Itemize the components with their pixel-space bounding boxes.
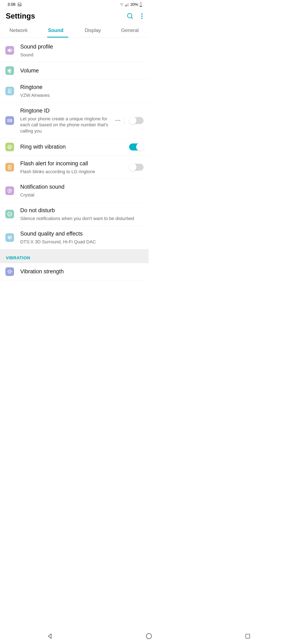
svg-rect-4 (128, 3, 129, 6)
tabs: Network Sound Display General (0, 24, 148, 38)
row-title: Sound quality and effects (20, 230, 141, 238)
row-body: Ring with vibration (20, 143, 129, 151)
tab-label: Network (9, 28, 28, 33)
row-body: Do not disturb Silence notifications whe… (20, 206, 144, 222)
toggle-flash-alert[interactable] (129, 164, 144, 171)
row-body: Volume (20, 67, 144, 75)
page-title: Settings (6, 12, 127, 20)
row-body: Sound quality and effects DTS:X 3D Surro… (20, 230, 144, 245)
svg-point-31 (8, 236, 9, 237)
row-subtitle: Silence notifications when you don't wan… (20, 216, 141, 222)
row-title: Vibration strength (20, 268, 141, 276)
row-body: Sound profile Sound (20, 43, 144, 58)
svg-rect-2 (126, 4, 127, 6)
svg-point-8 (127, 14, 132, 18)
signal-icon (125, 3, 129, 6)
svg-rect-5 (140, 2, 141, 3)
svg-point-33 (10, 236, 11, 237)
row-title: Notification sound (20, 183, 141, 191)
status-right: 20% (120, 2, 142, 7)
picture-icon (17, 2, 22, 6)
row-subtitle: Let your phone create a unique ringtone … (20, 116, 113, 134)
row-body: Flash alert for incoming call Flash blin… (20, 160, 129, 174)
search-icon[interactable] (127, 12, 134, 20)
flash-alert-icon (5, 163, 14, 172)
svg-point-12 (141, 18, 143, 19)
ring-vibration-icon (5, 143, 14, 151)
ringtone-icon (5, 87, 14, 95)
row-title: Do not disturb (20, 206, 141, 214)
row-extra (129, 164, 144, 171)
tab-sound[interactable]: Sound (37, 24, 74, 37)
row-title: Flash alert for incoming call (20, 160, 127, 168)
row-volume[interactable]: Volume (0, 62, 148, 79)
svg-point-10 (141, 13, 143, 14)
sound-quality-icon (5, 233, 14, 242)
row-body: Ringtone ID Let your phone create a uniq… (20, 107, 115, 134)
settings-list: Sound profile Sound Volume Ringtone VZW … (0, 38, 148, 280)
row-subtitle: DTS:X 3D Surround, Hi-Fi Quad DAC (20, 239, 141, 245)
row-extra (129, 144, 144, 150)
row-flash-alert[interactable]: Flash alert for incoming call Flash blin… (0, 156, 148, 179)
row-ring-with-vibration[interactable]: Ring with vibration (0, 138, 148, 156)
status-bar: 3:08 20% (0, 0, 148, 9)
row-body: Ringtone VZW Airwaves (20, 84, 144, 98)
row-title: Sound profile (20, 43, 141, 51)
row-subtitle: Sound (20, 52, 141, 58)
svg-rect-3 (127, 4, 128, 6)
overflow-menu-icon[interactable] (141, 13, 143, 19)
svg-point-11 (141, 16, 143, 17)
tab-label: General (121, 28, 139, 33)
row-ringtone[interactable]: Ringtone VZW Airwaves (0, 79, 148, 102)
row-vibration-strength[interactable]: Vibration strength (0, 263, 148, 280)
tab-network[interactable]: Network (0, 24, 37, 37)
svg-point-22 (9, 148, 10, 148)
tab-general[interactable]: General (111, 24, 148, 37)
row-subtitle: Flash blinks according to LG ringtone (20, 169, 127, 175)
svg-rect-1 (125, 5, 126, 6)
dnd-icon (5, 210, 14, 218)
header-actions (127, 12, 143, 20)
row-body: Vibration strength (20, 268, 144, 276)
row-notification-sound[interactable]: Notification sound Crystal (0, 179, 148, 202)
row-title: Ring with vibration (20, 143, 127, 151)
row-body: Notification sound Crystal (20, 183, 144, 198)
tab-label: Sound (48, 28, 63, 33)
sound-profile-icon (5, 46, 14, 55)
wifi-icon (120, 3, 124, 6)
svg-point-15 (9, 91, 10, 92)
battery-icon (139, 2, 142, 7)
row-title: Ringtone (20, 84, 141, 91)
battery-percent: 20% (130, 2, 138, 7)
row-sound-quality[interactable]: Sound quality and effects DTS:X 3D Surro… (0, 226, 148, 249)
notification-sound-icon (5, 186, 14, 195)
ringtone-id-icon (5, 116, 14, 125)
tab-display[interactable]: Display (74, 24, 111, 37)
toggle-ringtone-id[interactable] (129, 117, 144, 124)
svg-point-32 (9, 238, 10, 238)
vibration-strength-icon (5, 267, 14, 276)
row-subtitle: Crystal (20, 192, 141, 198)
more-icon[interactable] (115, 120, 120, 121)
row-title: Ringtone ID (20, 107, 113, 115)
row-sound-profile[interactable]: Sound profile Sound (0, 38, 148, 62)
volume-icon (5, 66, 14, 75)
toggle-ring-vibration[interactable] (129, 144, 144, 150)
row-extra (115, 116, 144, 125)
svg-rect-34 (9, 270, 11, 273)
status-left: 3:08 (7, 2, 22, 7)
row-do-not-disturb[interactable]: Do not disturb Silence notifications whe… (0, 202, 148, 226)
status-time: 3:08 (7, 2, 15, 7)
svg-line-9 (131, 17, 133, 19)
tab-label: Display (85, 28, 101, 33)
divider (124, 116, 124, 125)
svg-rect-7 (140, 6, 142, 7)
app-header: Settings (0, 9, 148, 24)
row-subtitle: VZW Airwaves (20, 92, 141, 98)
section-vibration: VIBRATION (0, 249, 148, 263)
row-title: Volume (20, 67, 141, 75)
row-ringtone-id[interactable]: Ringtone ID Let your phone create a uniq… (0, 103, 148, 138)
